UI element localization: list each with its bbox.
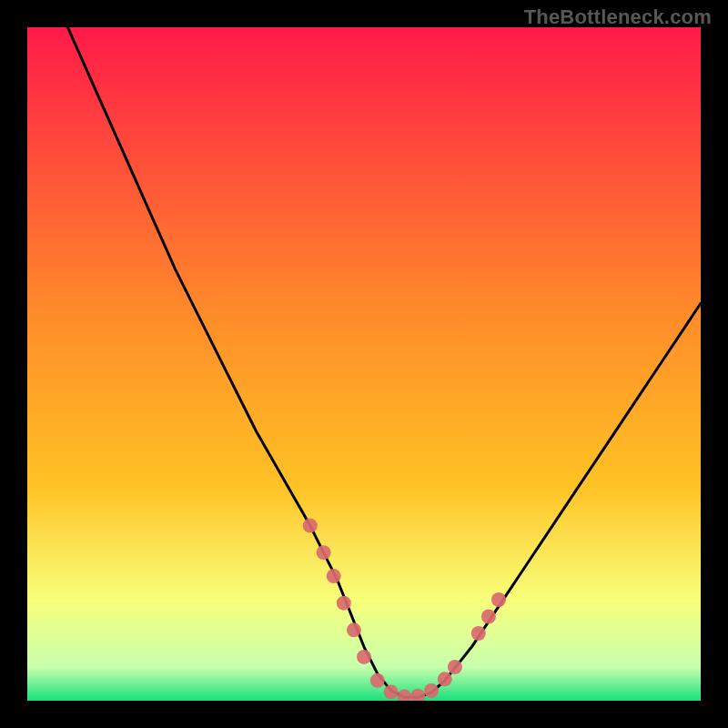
marker-dot [370,673,385,688]
marker-dot [327,569,341,583]
marker-dot [438,672,452,686]
marker-dot [491,592,506,607]
marker-dot [471,626,486,641]
marker-dot [481,610,496,624]
marker-dot [317,545,331,560]
marker-dot [357,650,371,664]
marker-dot [347,622,361,637]
bottleneck-curve-chart [27,27,701,701]
marker-dot [337,596,351,611]
marker-dot [303,519,318,533]
chart-background [27,27,701,701]
watermark-text: TheBottleneck.com [524,5,712,29]
marker-dot [384,684,399,699]
chart-container [27,27,701,701]
marker-dot [448,660,462,674]
marker-dot [424,683,439,698]
